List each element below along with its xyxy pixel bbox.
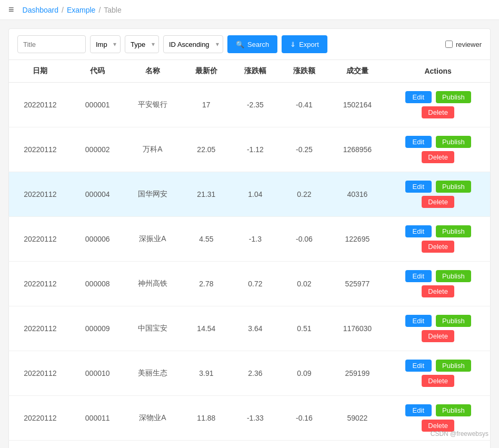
cell-name: 万科A (124, 127, 182, 172)
export-icon: ⇓ (290, 41, 296, 48)
cell-name: 国华网安 (124, 172, 182, 217)
cell-actions: Edit Publish Delete (386, 351, 490, 396)
edit-button[interactable]: Edit (405, 91, 432, 103)
cell-code: 000009 (72, 306, 124, 351)
cell-code: 000001 (72, 83, 124, 127)
cell-name: 平安银行 (124, 83, 182, 127)
breadcrumb-dashboard[interactable]: Dashboard (23, 6, 59, 14)
actions-cell: Edit Publish Delete (394, 91, 482, 118)
publish-button[interactable]: Publish (436, 404, 471, 416)
table-row: 20220112 000009 中国宝安 14.54 3.64 0.51 117… (9, 306, 491, 351)
actions-row-top: Edit Publish (405, 270, 471, 282)
breadcrumb-table: Table (104, 6, 121, 14)
actions-row-top: Edit Publish (405, 136, 471, 148)
cell-price: 21.31 (182, 172, 231, 217)
search-label: Search (247, 41, 269, 48)
table-row: 20220112 000010 美丽生态 3.91 2.36 0.09 2591… (9, 351, 491, 396)
table-row: 20220112 000012 南玻A 9.51 -0.83 -0.08 250… (9, 441, 491, 449)
delete-button[interactable]: Delete (422, 151, 454, 163)
delete-button[interactable]: Delete (422, 285, 454, 297)
table-row: 20220112 000002 万科A 22.05 -1.12 -0.25 12… (9, 127, 491, 172)
publish-button[interactable]: Publish (436, 91, 471, 103)
reviewer-checkbox[interactable] (445, 41, 453, 48)
cell-change-pct: -2.35 (231, 83, 280, 127)
reviewer-text: reviewer (456, 41, 482, 48)
col-volume: 成交量 (328, 60, 386, 83)
edit-button[interactable]: Edit (405, 181, 432, 193)
table-row: 20220112 000011 深物业A 11.88 -1.33 -0.16 5… (9, 396, 491, 441)
edit-button[interactable]: Edit (405, 315, 432, 327)
cell-code: 000010 (72, 351, 124, 396)
publish-button[interactable]: Publish (436, 136, 471, 148)
cell-change-amt: -0.08 (280, 441, 328, 449)
cell-name: 神州高铁 (124, 262, 182, 306)
cell-actions: Edit Publish Delete (386, 217, 490, 262)
cell-price: 3.91 (182, 351, 231, 396)
cell-price: 2.78 (182, 262, 231, 306)
imp-select[interactable]: Imp (90, 35, 121, 53)
cell-change-pct: 2.36 (231, 351, 280, 396)
table-row: 20220112 000004 国华网安 21.31 1.04 0.22 403… (9, 172, 491, 217)
toolbar: Imp Type ID Ascending 🔍 Search ⇓ Export … (8, 28, 491, 59)
sort-select-wrapper: ID Ascending (163, 35, 223, 53)
cell-actions: Edit Publish Delete (386, 83, 490, 127)
cell-volume: 250253 (328, 441, 386, 449)
delete-button[interactable]: Delete (422, 375, 454, 387)
cell-change-pct: 1.04 (231, 172, 280, 217)
top-bar: ≡ Dashboard / Example / Table (0, 0, 499, 20)
publish-button[interactable]: Publish (436, 315, 471, 327)
edit-button[interactable]: Edit (405, 360, 432, 372)
cell-date: 20220112 (9, 127, 72, 172)
breadcrumb: Dashboard / Example / Table (23, 6, 122, 14)
cell-date: 20220112 (9, 83, 72, 127)
cell-price: 11.88 (182, 396, 231, 441)
cell-change-amt: 0.51 (280, 306, 328, 351)
actions-cell: Edit Publish Delete (394, 360, 482, 387)
search-button[interactable]: 🔍 Search (227, 35, 277, 53)
publish-button[interactable]: Publish (436, 270, 471, 282)
edit-button[interactable]: Edit (405, 136, 432, 148)
delete-button[interactable]: Delete (422, 196, 454, 208)
cell-price: 17 (182, 83, 231, 127)
publish-button[interactable]: Publish (436, 181, 471, 193)
cell-date: 20220112 (9, 217, 72, 262)
cell-code: 000008 (72, 262, 124, 306)
cell-name: 深振业A (124, 217, 182, 262)
actions-cell: Edit Publish Delete (394, 270, 482, 297)
cell-change-amt: -0.41 (280, 83, 328, 127)
export-button[interactable]: ⇓ Export (282, 35, 327, 53)
table-row: 20220112 000008 神州高铁 2.78 0.72 0.02 5259… (9, 262, 491, 306)
breadcrumb-example[interactable]: Example (67, 6, 95, 14)
col-price: 最新价 (182, 60, 231, 83)
cell-change-pct: -0.83 (231, 441, 280, 449)
cell-price: 4.55 (182, 217, 231, 262)
edit-button[interactable]: Edit (405, 225, 432, 237)
actions-cell: Edit Publish Delete (394, 136, 482, 163)
cell-actions: Edit Publish Delete (386, 441, 490, 449)
cell-name: 美丽生态 (124, 351, 182, 396)
delete-button[interactable]: Delete (422, 330, 454, 342)
actions-row-top: Edit Publish (405, 360, 471, 372)
table-row: 20220112 000001 平安银行 17 -2.35 -0.41 1502… (9, 83, 491, 127)
reviewer-label[interactable]: reviewer (445, 41, 482, 48)
cell-code: 000011 (72, 396, 124, 441)
watermark: CSDN @freewebsys (431, 430, 488, 437)
sort-select[interactable]: ID Ascending (163, 35, 223, 53)
menu-icon[interactable]: ≡ (8, 4, 14, 15)
type-select[interactable]: Type (125, 35, 159, 53)
cell-date: 20220112 (9, 351, 72, 396)
col-actions: Actions (386, 60, 490, 83)
delete-button[interactable]: Delete (422, 241, 454, 253)
cell-code: 000012 (72, 441, 124, 449)
col-change-amt: 涨跌额 (280, 60, 328, 83)
publish-button[interactable]: Publish (436, 225, 471, 237)
edit-button[interactable]: Edit (405, 270, 432, 282)
delete-button[interactable]: Delete (422, 106, 454, 118)
imp-select-wrapper: Imp (90, 35, 121, 53)
cell-volume: 59022 (328, 396, 386, 441)
cell-volume: 259199 (328, 351, 386, 396)
publish-button[interactable]: Publish (436, 360, 471, 372)
page-content: Imp Type ID Ascending 🔍 Search ⇓ Export … (0, 20, 499, 448)
edit-button[interactable]: Edit (405, 404, 432, 416)
title-input[interactable] (17, 35, 86, 53)
